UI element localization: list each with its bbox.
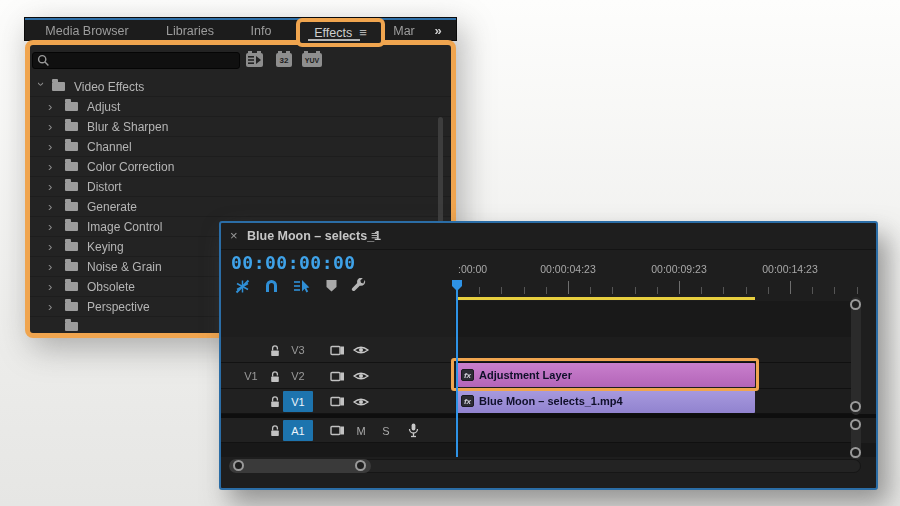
chevron-right-icon[interactable]: › <box>48 262 60 272</box>
tree-item-label: Video Effects <box>74 80 144 94</box>
zoom-handle-left[interactable] <box>233 460 244 471</box>
folder-icon <box>65 122 78 131</box>
chevron-right-icon[interactable]: › <box>48 102 60 112</box>
track-content-a1[interactable] <box>455 418 860 443</box>
ruler-major-tick <box>679 281 680 294</box>
playhead-timecode[interactable]: 00:00:00:00 <box>231 252 356 273</box>
lock-icon[interactable] <box>268 391 282 412</box>
tree-item-distort[interactable]: › Distort <box>30 177 451 197</box>
timeline-panel: × Blue Moon – selects_1 ≡ 00:00:00:00 :0… <box>219 221 878 490</box>
sync-lock-icon[interactable] <box>328 420 346 441</box>
clip-blue-moon-video[interactable]: fx Blue Moon – selects_1.mp4 <box>457 389 755 413</box>
sync-lock-icon[interactable] <box>328 340 346 360</box>
add-marker-icon[interactable] <box>321 277 341 295</box>
playhead-icon[interactable] <box>451 279 463 292</box>
fx-badge[interactable]: fx <box>461 395 474 407</box>
solo-button[interactable]: S <box>377 420 395 441</box>
clip-label: Blue Moon – selects_1.mp4 <box>479 395 623 407</box>
tab-libraries[interactable]: Libraries <box>150 23 230 39</box>
track-target-v2[interactable]: V2 <box>283 366 313 386</box>
chevron-down-icon[interactable]: › <box>36 82 46 94</box>
folder-icon <box>65 222 78 231</box>
track-header-v2: V1 V2 <box>221 363 455 389</box>
search-input[interactable] <box>50 55 230 67</box>
time-ruler[interactable] <box>457 287 869 294</box>
zoom-handle-right[interactable] <box>355 460 366 471</box>
video-scroll-top-handle[interactable] <box>850 299 861 310</box>
tree-item-blur-sharpen[interactable]: › Blur & Sharpen <box>30 117 451 137</box>
tab-markers[interactable]: Mar <box>386 23 422 39</box>
mute-button[interactable]: M <box>352 420 370 441</box>
folder-icon <box>65 182 78 191</box>
track-target-a1[interactable]: A1 <box>283 420 313 441</box>
chevron-right-icon[interactable]: › <box>48 282 60 292</box>
eye-icon[interactable] <box>351 366 371 386</box>
effects-search-box[interactable] <box>32 52 240 69</box>
bit-depth-filter-button[interactable]: 32 <box>276 53 292 67</box>
eye-icon[interactable] <box>351 391 371 412</box>
playhead-line[interactable] <box>456 285 458 457</box>
source-patch-v1[interactable]: V1 <box>239 366 263 386</box>
horizontal-scrollbar-thumb[interactable] <box>229 459 371 473</box>
ruler-label: 00:00:04:23 <box>540 263 595 275</box>
folder-icon <box>65 262 78 271</box>
track-header-a1: A1 M S <box>221 418 455 443</box>
lock-icon[interactable] <box>268 340 282 360</box>
ruler-label: 00:00:14:23 <box>762 263 817 275</box>
linked-selection-icon[interactable] <box>291 277 311 295</box>
track-target-v1[interactable]: V1 <box>283 391 313 412</box>
tree-item-color-correction[interactable]: › Color Correction <box>30 157 451 177</box>
chevron-right-icon[interactable]: › <box>48 202 60 212</box>
chevron-right-icon[interactable]: › <box>48 242 60 252</box>
chevron-right-icon[interactable]: › <box>48 142 60 152</box>
audio-area-below <box>221 443 876 457</box>
eye-icon[interactable] <box>351 340 371 360</box>
folder-icon <box>65 162 78 171</box>
voiceover-mic-icon[interactable] <box>404 420 422 441</box>
snap-magnet-icon[interactable] <box>261 277 281 295</box>
timeline-tab-title[interactable]: Blue Moon – selects_1 <box>247 229 381 243</box>
tree-item-generate[interactable]: › Generate <box>30 197 451 217</box>
tree-item-channel[interactable]: › Channel <box>30 137 451 157</box>
tree-item-label: Obsolete <box>87 280 135 294</box>
tab-info[interactable]: Info <box>236 23 286 39</box>
track-target-v3[interactable]: V3 <box>283 340 313 360</box>
chevron-right-icon[interactable]: › <box>48 182 60 192</box>
effects-tree-scrollbar[interactable] <box>438 117 443 225</box>
tree-item-video-effects[interactable]: › Video Effects <box>30 77 451 97</box>
folder-icon <box>65 322 78 331</box>
panel-menu-icon[interactable]: ≡ <box>371 228 379 243</box>
close-icon[interactable]: × <box>230 229 238 243</box>
sync-lock-icon[interactable] <box>328 391 346 412</box>
chevron-right-icon[interactable]: › <box>48 222 60 232</box>
search-icon <box>37 54 50 67</box>
work-area-bar[interactable] <box>457 297 755 300</box>
folder-icon <box>65 202 78 211</box>
ruler-label: :00:00 <box>458 263 487 275</box>
yuv-filter-button[interactable]: YUV <box>302 53 322 67</box>
folder-icon <box>65 282 78 291</box>
video-tracks-scrollbar[interactable] <box>851 297 861 415</box>
tree-item-label: Perspective <box>87 300 150 314</box>
chevron-right-icon[interactable]: › <box>48 302 60 312</box>
timeline-settings-wrench-icon[interactable] <box>349 277 369 295</box>
tree-item-adjust[interactable]: › Adjust <box>30 97 451 117</box>
panel-menu-icon[interactable]: ≡ <box>359 25 367 40</box>
lock-icon[interactable] <box>268 420 282 441</box>
nest-toggle-icon[interactable] <box>232 277 252 295</box>
chevron-right-icon[interactable]: › <box>48 122 60 132</box>
sync-lock-icon[interactable] <box>328 366 346 386</box>
ruler-major-tick <box>568 281 569 294</box>
lock-icon[interactable] <box>268 366 282 386</box>
video-scroll-bottom-handle[interactable] <box>850 401 861 412</box>
tab-overflow-chevron-icon[interactable]: » <box>424 23 452 39</box>
tree-item-label: Color Correction <box>87 160 174 174</box>
tab-effects[interactable]: Effects ≡ <box>296 18 385 47</box>
tab-media-browser[interactable]: Media Browser <box>37 23 137 39</box>
audio-scroll-bottom-handle[interactable] <box>850 447 861 458</box>
ruler-label: 00:00:09:23 <box>651 263 706 275</box>
chevron-right-icon[interactable]: › <box>48 162 60 172</box>
accelerated-effects-filter-button[interactable] <box>246 53 263 67</box>
audio-scroll-top-handle[interactable] <box>850 419 861 430</box>
panel-tab-bar: Media Browser Libraries Info Mar » <box>25 18 456 40</box>
